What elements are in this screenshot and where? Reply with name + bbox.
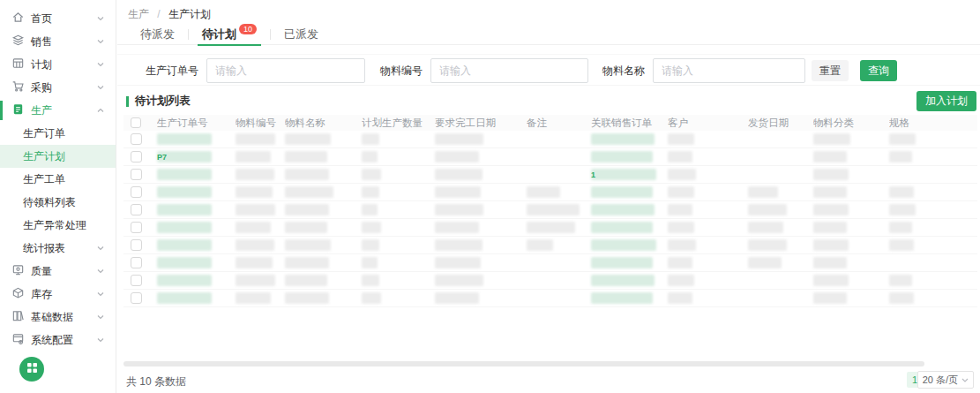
sidebar-item-procurement[interactable]: 采购 [0, 76, 116, 99]
sidebar-subitem-production-order[interactable]: 生产订单 [0, 122, 116, 145]
row-select-cell [123, 237, 157, 253]
redacted-text-value [435, 257, 481, 268]
row-checkbox[interactable] [131, 133, 142, 145]
redacted-link-value[interactable] [591, 133, 655, 145]
apps-grid-icon [26, 362, 38, 376]
sidebar-item-production[interactable]: 生产 [0, 99, 116, 122]
sidebar-item-system-config[interactable]: 系统配置 [0, 329, 116, 351]
row-checkbox[interactable] [131, 186, 142, 198]
cell-delivery_date [748, 148, 813, 165]
tab-pending-dispatch[interactable]: 待派发 [129, 24, 186, 45]
cell-delivery_date [748, 237, 813, 253]
table-row [123, 184, 977, 201]
tab-pending-plan[interactable]: 待计划10 [191, 24, 268, 45]
select-all-header-cell [123, 117, 157, 128]
row-checkbox[interactable] [131, 239, 142, 251]
redacted-link-value[interactable] [157, 292, 212, 304]
redacted-text-value [813, 292, 847, 304]
row-checkbox[interactable] [131, 169, 142, 180]
row-select-cell [123, 184, 157, 200]
sidebar-subitem-production-workorder[interactable]: 生产工单 [0, 168, 116, 191]
redacted-link-value[interactable] [157, 186, 212, 198]
redacted-link-value[interactable] [157, 222, 212, 233]
material-name-input[interactable] [653, 58, 805, 83]
redacted-link-value[interactable] [591, 151, 653, 162]
sidebar-subitem-statistics-report[interactable]: 统计报表 [0, 237, 116, 260]
row-checkbox[interactable] [131, 257, 142, 268]
redacted-text-value [668, 222, 694, 233]
add-to-plan-button[interactable]: 加入计划 [916, 91, 976, 111]
reset-button[interactable]: 重置 [812, 60, 849, 81]
row-checkbox[interactable] [131, 292, 142, 304]
redacted-text-value [668, 204, 692, 215]
row-checkbox[interactable] [131, 151, 142, 162]
redacted-link-value[interactable] [591, 239, 656, 251]
sidebar-item-quality[interactable]: 质量 [0, 260, 116, 283]
select-all-checkbox[interactable] [131, 117, 141, 128]
row-select-cell [123, 166, 157, 183]
redacted-text-value [748, 257, 782, 268]
redacted-text-value [813, 151, 847, 162]
redacted-link-value[interactable] [591, 169, 656, 180]
redacted-text-value [668, 151, 692, 162]
horizontal-scrollbar[interactable] [123, 361, 924, 367]
redacted-text-value [285, 169, 329, 180]
cell-spec [889, 166, 977, 183]
redacted-text-value [527, 204, 580, 215]
redacted-link-value[interactable] [157, 133, 212, 145]
row-checkbox[interactable] [131, 222, 142, 233]
cell-material_name [285, 184, 362, 200]
cell-required_finish_date [435, 166, 527, 183]
redacted-link-value[interactable] [157, 257, 212, 268]
cell-required_finish_date [435, 290, 527, 306]
redacted-text-value [748, 222, 783, 233]
row-checkbox[interactable] [131, 275, 142, 286]
sidebar-item-sales[interactable]: 销售 [0, 30, 116, 53]
sidebar-item-base-data[interactable]: 基础数据 [0, 306, 116, 329]
chevron-down-icon [97, 86, 104, 90]
redacted-link-value[interactable] [157, 204, 212, 215]
row-select-cell [123, 290, 157, 306]
redacted-link-value[interactable] [591, 222, 653, 233]
sidebar-subitem-production-plan[interactable]: 生产计划 [0, 145, 116, 168]
tab-label: 待计划 [202, 26, 236, 42]
redacted-text-value [236, 204, 275, 215]
material-code-input[interactable] [430, 58, 588, 83]
redacted-link-value[interactable] [157, 239, 212, 251]
tab-dispatched[interactable]: 已派发 [273, 24, 330, 45]
page-size-select[interactable]: 20 条/页 [917, 371, 974, 389]
cell-material_name [285, 290, 362, 306]
cell-material_name [285, 201, 362, 218]
sidebar-item-label: 质量 [31, 264, 52, 279]
redacted-link-value[interactable] [591, 186, 653, 198]
table-row [123, 237, 977, 254]
production-order-no-input[interactable] [206, 58, 365, 83]
redacted-link-value[interactable] [591, 275, 655, 286]
cell-required_finish_date [435, 254, 527, 271]
row-checkbox[interactable] [131, 204, 142, 215]
cell-planned_qty [362, 290, 435, 306]
cell-remark [527, 290, 591, 306]
redacted-link-value[interactable] [157, 275, 212, 286]
cell-material_code [236, 184, 285, 200]
sidebar-item-inventory[interactable]: 库存 [0, 283, 116, 306]
cell-material_name [285, 166, 362, 183]
sidebar-subitem-production-exception[interactable]: 生产异常处理 [0, 214, 116, 237]
breadcrumb-parent[interactable]: 生产 [128, 8, 149, 20]
redacted-text-value [889, 292, 914, 304]
search-button[interactable]: 查询 [860, 60, 897, 81]
cell-related_sales_order [591, 254, 668, 271]
redacted-link-value[interactable] [591, 292, 653, 304]
redacted-link-value[interactable] [591, 257, 653, 268]
breadcrumb-separator: / [157, 8, 160, 20]
cell-material_category [813, 131, 889, 147]
apps-fab-button[interactable] [19, 357, 44, 382]
redacted-link-value[interactable] [591, 204, 655, 215]
redacted-link-value[interactable] [157, 169, 212, 180]
sidebar-item-home[interactable]: 首页 [0, 7, 116, 30]
sidebar-item-label: 采购 [31, 80, 52, 95]
sidebar-subitem-pending-material-list[interactable]: 待领料列表 [0, 191, 116, 214]
sidebar-item-plan[interactable]: 计划 [0, 53, 116, 76]
cell-delivery_date [748, 166, 813, 183]
list-title-accent-bar [126, 96, 129, 107]
